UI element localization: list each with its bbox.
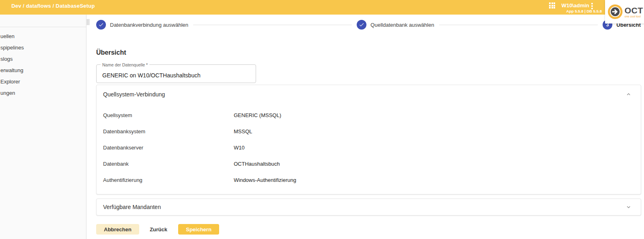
cancel-button[interactable]: Abbrechen [96,224,139,235]
sidebar-header [0,15,86,27]
datasource-name-field[interactable]: Name der Datenquelle * [96,64,256,83]
sidebar-item-label: erwaltung [0,67,23,73]
version-label: App 5.5.8 | DB 5.5.8 [566,9,602,13]
sidebar-item-label: spipelines [0,45,24,51]
oct-logo: OCT one cool tool [605,0,644,23]
datasource-name-input[interactable] [102,72,250,79]
step-1[interactable]: Datenbankverbindung auswählen [96,20,188,30]
connection-panel: Quellsystem-Verbindung Quellsystem GENER… [96,85,641,194]
stepper-connector [193,25,352,25]
sidebar-item-label: slogs [0,56,13,62]
mandanten-panel-title: Verfügbare Mandanten [103,204,161,210]
sidebar-item-label: uellen [0,33,15,39]
detail-row: Datenbankserver W10 [97,139,641,156]
detail-label: Quellsystem [103,112,234,118]
detail-row: Datenbanksystem MSSQL [97,123,641,139]
detail-row: Datenbank OCTHaushaltsbuch [97,156,641,172]
sidebar: uellen spipelines slogs erwaltung Explor… [0,15,86,239]
main-area: Datenbankverbindung auswählen Quelldaten… [87,15,644,239]
detail-label: Datenbanksystem [103,128,234,134]
logo-text: OCT [625,6,643,15]
page-title: Übersicht [96,49,641,56]
connection-panel-title: Quellsystem-Verbindung [103,91,165,98]
datasource-name-label: Name der Datenquelle * [101,62,149,67]
detail-label: Authentifizierung [103,177,234,183]
detail-label: Datenbankserver [103,145,234,151]
detail-label: Datenbank [103,161,234,167]
step-1-check-icon [96,20,106,30]
mandanten-panel: Verfügbare Mandanten [96,198,641,216]
top-bar: Dev / dataflows / DatabaseSetup W10\admi… [0,0,644,15]
user-menu[interactable]: W10\admin [561,2,589,9]
apps-grid-icon[interactable] [549,2,555,9]
sidebar-item-explorer[interactable]: Explorer [0,76,86,87]
sidebar-item-label: Explorer [0,79,20,85]
back-button[interactable]: Zurück [142,224,174,235]
wizard-content: Übersicht Name der Datenquelle * Quellsy… [96,49,641,235]
sidebar-item-verwaltung[interactable]: erwaltung [0,64,86,76]
chevron-down-icon[interactable] [626,205,631,209]
step-2-label: Quelldatenbank auswählen [370,22,434,28]
connection-panel-body: Quellsystem GENERIC (MSSQL) Datenbanksys… [97,104,641,194]
mandanten-panel-header[interactable]: Verfügbare Mandanten [97,199,641,215]
detail-row: Quellsystem GENERIC (MSSQL) [97,107,641,123]
detail-value: MSSQL [234,128,252,134]
step-2-check-icon [357,20,366,30]
step-2[interactable]: Quelldatenbank auswählen [357,20,434,30]
logo-tagline: one cool tool [625,15,643,18]
detail-value: Windows-Authentifizierung [234,177,296,183]
detail-value: W10 [234,145,245,151]
connection-panel-header[interactable]: Quellsystem-Verbindung [97,85,641,104]
sidebar-item-einstellungen[interactable]: ungen [0,87,86,98]
action-bar: Abbrechen Zurück Speichern [96,224,641,235]
sidebar-resize-handle[interactable] [87,19,89,25]
breadcrumb[interactable]: Dev / dataflows / DatabaseSetup [11,3,95,9]
sidebar-item-pipelines[interactable]: spipelines [0,42,86,53]
more-options-icon[interactable] [591,2,593,10]
sidebar-item-label: ungen [0,90,15,96]
sidebar-item-datenquellen[interactable]: uellen [0,30,86,42]
stepper-connector [439,25,598,25]
detail-value: GENERIC (MSSQL) [234,112,281,118]
sidebar-item-logs[interactable]: slogs [0,53,86,64]
save-button[interactable]: Speichern [178,224,219,235]
detail-value: OCTHaushaltsbuch [234,161,280,167]
sidebar-nav: uellen spipelines slogs erwaltung Explor… [0,30,86,98]
detail-row: Authentifizierung Windows-Authentifizier… [97,172,641,188]
chevron-up-icon[interactable] [626,92,631,97]
wizard-stepper: Datenbankverbindung auswählen Quelldaten… [96,20,641,30]
oct-logo-icon [607,4,623,19]
step-1-label: Datenbankverbindung auswählen [110,22,188,28]
